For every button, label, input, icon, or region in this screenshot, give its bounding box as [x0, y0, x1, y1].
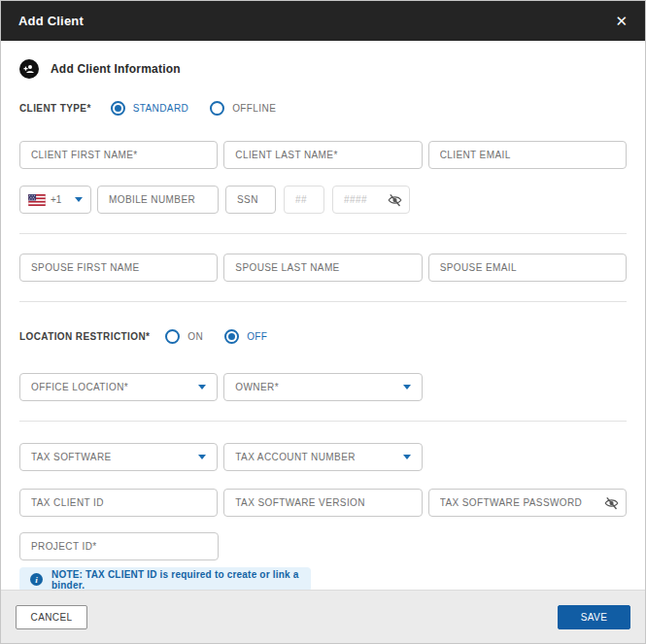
project-id-row	[19, 532, 627, 560]
dial-code: +1	[51, 194, 61, 205]
modal-header: Add Client ✕	[1, 1, 645, 41]
note-bar: i NOTE: TAX CLIENT ID is required to cre…	[19, 567, 311, 590]
radio-off-label[interactable]: OFF	[247, 331, 267, 342]
location-restriction-row: LOCATION RESTRICTION* ON OFF	[19, 329, 627, 344]
password-visibility-eye-icon[interactable]	[604, 495, 619, 510]
ssn-input[interactable]	[225, 186, 276, 214]
tax-account-number-label: TAX ACCOUNT NUMBER	[235, 452, 356, 462]
office-location-label: OFFICE LOCATION*	[31, 382, 128, 392]
chevron-down-icon	[198, 385, 206, 390]
owner-label: OWNER*	[235, 382, 279, 392]
tax-id-row	[19, 489, 627, 517]
chevron-down-icon	[403, 385, 411, 390]
cancel-button[interactable]: CANCEL	[16, 605, 87, 629]
add-client-modal: Add Client ✕ Add Client Information CLIE…	[0, 0, 646, 644]
save-button[interactable]: SAVE	[558, 605, 630, 629]
spouse-email-input[interactable]	[428, 254, 627, 282]
mobile-number-input[interactable]	[97, 186, 219, 214]
client-type-label: CLIENT TYPE*	[19, 103, 91, 114]
phone-ssn-row: +1	[19, 186, 627, 214]
radio-on[interactable]	[165, 329, 180, 344]
tax-software-label: TAX SOFTWARE	[31, 452, 112, 462]
office-location-dropdown[interactable]: OFFICE LOCATION*	[19, 373, 218, 401]
tax-account-number-dropdown[interactable]: TAX ACCOUNT NUMBER	[223, 443, 422, 471]
office-owner-row: OFFICE LOCATION* OWNER*	[19, 373, 627, 401]
location-restriction-label: LOCATION RESTRICTION*	[19, 331, 150, 342]
client-email-input[interactable]	[428, 141, 627, 169]
client-last-name-input[interactable]	[223, 141, 422, 169]
radio-offline[interactable]	[210, 101, 224, 116]
project-id-input[interactable]	[19, 532, 219, 560]
radio-standard[interactable]	[111, 101, 125, 116]
country-code-select[interactable]: +1	[19, 186, 91, 214]
us-flag-icon	[28, 194, 46, 206]
section-header: Add Client Information	[19, 59, 627, 79]
spouse-first-name-input[interactable]	[19, 254, 218, 282]
modal-title: Add Client	[18, 14, 84, 28]
add-person-icon	[19, 59, 39, 79]
note-text-strong: NOTE: TAX CLIENT ID	[51, 569, 157, 580]
divider	[19, 233, 627, 234]
tax-software-row: TAX SOFTWARE TAX ACCOUNT NUMBER	[19, 443, 627, 471]
tax-software-dropdown[interactable]: TAX SOFTWARE	[19, 443, 218, 471]
tax-client-id-input[interactable]	[19, 489, 218, 517]
modal-body: Add Client Information CLIENT TYPE* STAN…	[1, 41, 645, 590]
client-name-row	[19, 141, 627, 169]
owner-dropdown[interactable]: OWNER*	[223, 373, 422, 401]
close-icon[interactable]: ✕	[615, 14, 628, 28]
radio-on-label[interactable]: ON	[187, 331, 203, 342]
spouse-row	[19, 254, 627, 282]
spouse-last-name-input[interactable]	[223, 254, 422, 282]
note-text: NOTE: TAX CLIENT ID is required to creat…	[51, 569, 300, 591]
section-title: Add Client Information	[51, 62, 181, 76]
chevron-down-icon	[75, 197, 83, 202]
info-icon: i	[30, 573, 43, 586]
ssn-middle-input[interactable]	[284, 186, 324, 214]
divider	[19, 421, 627, 422]
divider	[19, 301, 627, 302]
radio-off[interactable]	[224, 329, 239, 344]
chevron-down-icon	[198, 455, 206, 459]
chevron-down-icon	[403, 455, 411, 459]
tax-software-password-input[interactable]	[428, 489, 627, 517]
ssn-visibility-eye-icon[interactable]	[388, 192, 402, 207]
modal-footer: CANCEL SAVE	[1, 590, 645, 643]
radio-standard-label[interactable]: STANDARD	[133, 103, 188, 114]
tax-software-version-input[interactable]	[223, 489, 422, 517]
radio-offline-label[interactable]: OFFLINE	[232, 103, 276, 114]
client-first-name-input[interactable]	[19, 141, 218, 169]
client-type-row: CLIENT TYPE* STANDARD OFFLINE	[19, 101, 627, 116]
